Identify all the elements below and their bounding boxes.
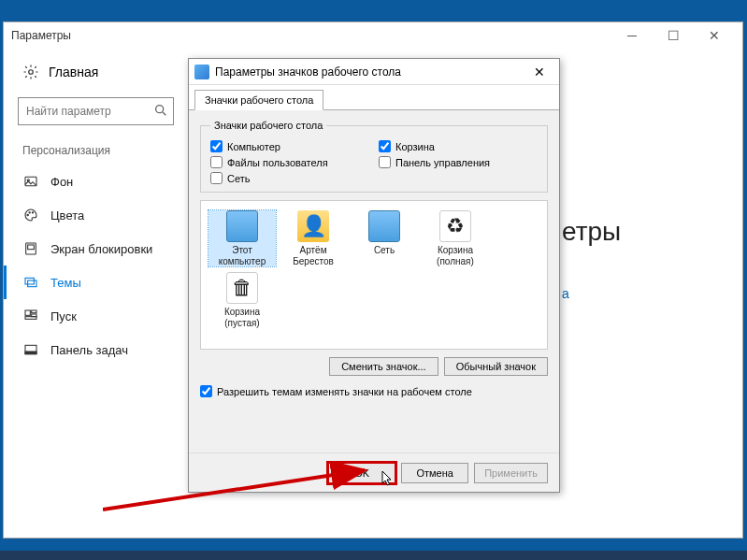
svg-line-2 xyxy=(163,112,165,115)
svg-point-5 xyxy=(27,214,28,215)
gear-icon xyxy=(22,64,39,80)
icon-network[interactable]: Сеть xyxy=(351,210,418,266)
icon-recycle-empty[interactable]: 🗑 Корзина (пустая) xyxy=(208,272,276,328)
change-icon-button[interactable]: Сменить значок... xyxy=(329,357,438,376)
start-icon xyxy=(22,309,39,323)
dialog-content: Значки рабочего стола Компьютер Корзина … xyxy=(189,109,559,452)
icon-recycle-full[interactable]: ♻ Корзина (полная) xyxy=(422,210,489,266)
taskbar-icon xyxy=(22,342,39,357)
search-icon xyxy=(153,103,168,122)
allow-themes-input[interactable] xyxy=(200,385,212,397)
svg-rect-9 xyxy=(28,245,35,250)
search-input[interactable] xyxy=(18,97,174,125)
checkbox-userfiles-input[interactable] xyxy=(210,156,223,168)
checkbox-controlpanel[interactable]: Панель управления xyxy=(379,156,538,168)
svg-point-7 xyxy=(32,212,33,213)
sidebar-item-label: Панель задач xyxy=(50,343,128,357)
svg-rect-11 xyxy=(28,280,36,287)
sidebar-item-label: Экран блокировки xyxy=(50,242,152,256)
svg-point-1 xyxy=(156,106,164,113)
sidebar-item-themes[interactable]: Темы xyxy=(4,266,188,299)
icon-this-pc[interactable]: Этот компьютер xyxy=(208,210,276,266)
apply-button[interactable]: Применить xyxy=(474,463,548,483)
checkbox-computer-input[interactable] xyxy=(210,140,223,152)
default-icon-button[interactable]: Обычный значок xyxy=(444,357,548,376)
sidebar-item-label: Фон xyxy=(50,175,73,189)
maximize-button[interactable]: ☐ xyxy=(653,22,694,49)
dialog-titlebar: Параметры значков рабочего стола ✕ xyxy=(189,59,559,85)
folder-icon: 👤 xyxy=(297,210,329,242)
svg-rect-15 xyxy=(25,317,36,320)
checkbox-network[interactable]: Сеть xyxy=(210,172,369,184)
ok-button[interactable]: OK xyxy=(328,463,395,483)
monitor-icon xyxy=(226,210,258,242)
settings-sidebar: Главная Персонализация Фон Цвета xyxy=(4,49,188,538)
sidebar-home[interactable]: Главная xyxy=(4,56,188,88)
cancel-button[interactable]: Отмена xyxy=(401,463,468,483)
icon-preview-box: Этот компьютер 👤 Артём Берестов Сеть ♻ К… xyxy=(200,200,548,350)
palette-icon xyxy=(22,208,39,223)
checkbox-computer[interactable]: Компьютер xyxy=(210,140,369,152)
taskbar[interactable] xyxy=(0,551,747,560)
icon-action-row: Сменить значок... Обычный значок xyxy=(200,357,548,376)
icon-user-folder[interactable]: 👤 Артём Берестов xyxy=(280,210,347,266)
allow-themes-checkbox[interactable]: Разрешить темам изменять значки на рабоч… xyxy=(200,385,548,397)
dialog-app-icon xyxy=(194,65,209,79)
sidebar-item-lockscreen[interactable]: Экран блокировки xyxy=(4,232,188,266)
svg-point-0 xyxy=(29,70,34,75)
sidebar-section-label: Персонализация xyxy=(4,138,188,165)
sidebar-item-background[interactable]: Фон xyxy=(4,165,188,198)
obscured-link[interactable]: а xyxy=(562,286,714,301)
window-controls: ─ ☐ ✕ xyxy=(611,22,735,49)
sidebar-item-label: Пуск xyxy=(50,309,77,323)
desktop-icons-group: Значки рабочего стола Компьютер Корзина … xyxy=(200,120,548,193)
svg-rect-12 xyxy=(25,310,30,315)
themes-icon xyxy=(22,275,39,290)
group-legend: Значки рабочего стола xyxy=(210,120,326,131)
sidebar-item-start[interactable]: Пуск xyxy=(4,299,188,333)
sidebar-search xyxy=(18,97,174,125)
sidebar-home-label: Главная xyxy=(49,65,98,79)
svg-point-6 xyxy=(29,212,30,213)
dialog-close-button[interactable]: ✕ xyxy=(525,65,553,79)
lockscreen-icon xyxy=(22,241,39,256)
svg-rect-10 xyxy=(25,278,34,284)
minimize-button[interactable]: ─ xyxy=(611,22,653,49)
svg-rect-13 xyxy=(32,310,36,313)
recycle-empty-icon: 🗑 xyxy=(226,272,258,304)
dialog-title: Параметры значков рабочего стола xyxy=(215,65,525,79)
dialog-tabs: Значки рабочего стола xyxy=(189,85,559,109)
close-button[interactable]: ✕ xyxy=(694,22,735,49)
settings-window-title: Параметры xyxy=(11,29,611,42)
svg-rect-17 xyxy=(25,352,36,354)
checkbox-recycle[interactable]: Корзина xyxy=(379,140,538,152)
dialog-footer: OK Отмена Применить xyxy=(189,452,559,492)
checkbox-network-input[interactable] xyxy=(210,172,223,184)
sidebar-item-label: Темы xyxy=(50,276,81,290)
settings-titlebar: Параметры ─ ☐ ✕ xyxy=(4,22,742,49)
checkbox-userfiles[interactable]: Файлы пользователя xyxy=(210,156,369,168)
tab-desktop-icons[interactable]: Значки рабочего стола xyxy=(194,90,323,110)
sidebar-item-colors[interactable]: Цвета xyxy=(4,198,188,232)
sidebar-item-label: Цвета xyxy=(50,208,84,223)
desktop-icons-dialog: Параметры значков рабочего стола ✕ Значк… xyxy=(188,58,560,493)
obscured-heading: етры xyxy=(562,217,714,247)
picture-icon xyxy=(22,174,39,189)
checkbox-recycle-input[interactable] xyxy=(379,140,391,152)
network-icon xyxy=(368,210,400,242)
recycle-full-icon: ♻ xyxy=(439,210,471,242)
checkbox-controlpanel-input[interactable] xyxy=(379,156,391,168)
sidebar-item-taskbar[interactable]: Панель задач xyxy=(4,333,188,366)
